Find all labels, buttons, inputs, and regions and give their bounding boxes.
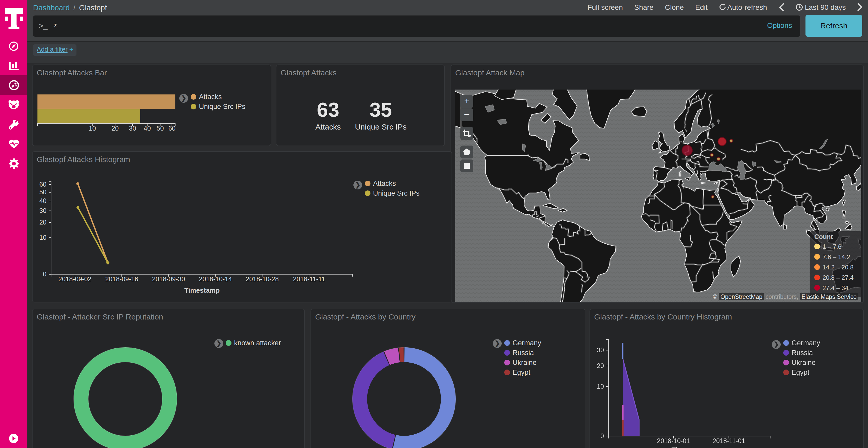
svg-text:Timestamp: Timestamp <box>672 446 707 448</box>
svg-text:30: 30 <box>597 346 604 353</box>
svg-text:Timestamp: Timestamp <box>184 286 220 294</box>
svg-text:20: 20 <box>39 218 46 226</box>
svg-text:10: 10 <box>39 234 46 241</box>
svg-text:50: 50 <box>157 125 164 132</box>
svg-text:20: 20 <box>597 362 604 369</box>
svg-text:2018-10-28: 2018-10-28 <box>246 275 279 283</box>
svg-text:30: 30 <box>129 125 136 132</box>
svg-text:2018-09-30: 2018-09-30 <box>152 275 185 283</box>
svg-text:60: 60 <box>39 181 46 188</box>
svg-text:10: 10 <box>597 383 604 390</box>
svg-text:2018-09-16: 2018-09-16 <box>105 275 138 283</box>
svg-text:50: 50 <box>39 188 46 196</box>
svg-text:40: 40 <box>144 125 151 132</box>
svg-text:2018-10-01: 2018-10-01 <box>657 437 690 444</box>
svg-text:2018-11-01: 2018-11-01 <box>712 437 745 444</box>
svg-text:20: 20 <box>112 125 119 132</box>
svg-text:2018-10-14: 2018-10-14 <box>199 275 232 283</box>
svg-text:0: 0 <box>600 432 604 440</box>
svg-text:30: 30 <box>39 207 46 214</box>
svg-text:0: 0 <box>43 271 46 278</box>
svg-text:2018-09-02: 2018-09-02 <box>58 275 91 283</box>
svg-text:10: 10 <box>89 125 96 132</box>
svg-text:40: 40 <box>39 197 46 204</box>
svg-text:2018-11-11: 2018-11-11 <box>293 275 325 283</box>
svg-text:60: 60 <box>168 125 176 132</box>
